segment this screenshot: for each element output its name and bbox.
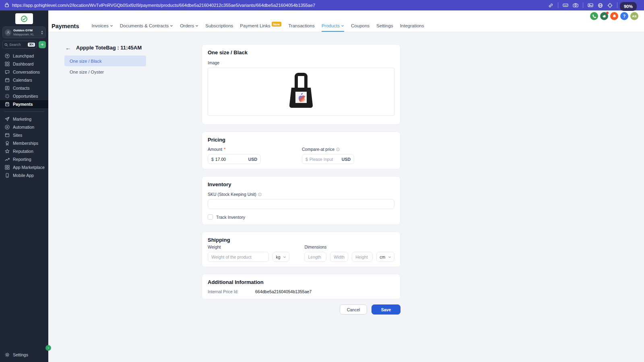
internal-price-id-value: 664dbe5a21604054b1355ae7 [255, 289, 312, 294]
amount-label: Amount* [208, 147, 261, 152]
keyboard-icon[interactable] [563, 3, 568, 8]
link-icon[interactable] [548, 3, 553, 8]
shipping-card: Shipping Weight kg Dimensions [202, 232, 400, 267]
sidebar-item-reputation[interactable]: Reputation [0, 147, 48, 155]
cancel-button[interactable]: Cancel [340, 304, 367, 315]
lock-icon [5, 2, 9, 8]
pricing-title: Pricing [208, 137, 394, 143]
agency-logo[interactable] [15, 13, 33, 24]
additional-info-card: Additional Information Internal Price Id… [202, 274, 400, 299]
chevron-down-icon [388, 255, 391, 259]
tab-subscriptions[interactable]: Subscriptions [205, 23, 233, 29]
sidebar-item-contacts[interactable]: Contacts [0, 84, 48, 92]
height-input[interactable] [352, 252, 373, 262]
app-header: ? AS Payments Invoices Documents & Contr… [48, 10, 644, 32]
sku-input[interactable] [208, 199, 394, 209]
back-arrow-icon[interactable]: ← [65, 44, 71, 51]
amount-input[interactable]: $ USD [208, 154, 261, 164]
sidebar-search-input[interactable]: Search ⌘K [2, 41, 37, 49]
sidebar-item-opportunities[interactable]: Opportunities [0, 92, 48, 100]
sidebar: Golden GYM Malappuram, KL ▲▼ Search ⌘K +… [0, 10, 48, 362]
sidebar-item-app-marketplace[interactable]: App Marketplace [0, 163, 48, 171]
track-inventory-checkbox[interactable] [208, 214, 213, 220]
notification-dot [606, 12, 609, 14]
length-input[interactable] [304, 252, 326, 262]
variant-item-black[interactable]: One size / Black [64, 56, 146, 66]
sidebar-item-payments[interactable]: Payments [0, 100, 48, 108]
search-icon [4, 41, 8, 48]
save-button[interactable]: Save [372, 304, 400, 315]
inventory-card: Inventory SKU (Stock Keeping Unit) Track… [202, 176, 400, 225]
screenshot-icon[interactable] [588, 3, 593, 8]
account-name: Golden GYM [13, 29, 34, 33]
weight-input[interactable] [208, 252, 269, 262]
globe-icon[interactable] [598, 3, 603, 8]
info-icon [258, 193, 262, 196]
currency-suffix: USD [248, 157, 257, 162]
compare-at-price-input[interactable]: $ USD [302, 154, 354, 164]
sidebar-collapse-button[interactable]: ‹ [45, 345, 51, 351]
sidebar-item-marketing[interactable]: Marketing [0, 115, 48, 123]
sidebar-item-launchpad[interactable]: Launchpad [0, 52, 48, 60]
info-icon [336, 148, 340, 151]
dimension-unit-select[interactable]: cm [376, 252, 394, 262]
browser-top-bar: https://app.gohighlevel.com/v2/location/… [0, 0, 644, 10]
tab-coupons[interactable]: Coupons [351, 23, 369, 29]
chevron-updown-icon: ▲▼ [41, 30, 43, 35]
sidebar-item-memberships[interactable]: Memberships [0, 139, 48, 147]
sidebar-item-reporting[interactable]: Reporting [0, 155, 48, 163]
variant-detail-card: One size / Black Image [202, 44, 400, 125]
notifications-bell-button[interactable] [610, 12, 618, 20]
browser-zoom-badge[interactable]: 90% [620, 2, 637, 11]
tab-products[interactable]: Products [322, 23, 344, 29]
sidebar-item-automation[interactable]: Automation [0, 123, 48, 131]
weight-unit-select[interactable]: kg [272, 252, 289, 262]
tab-settings[interactable]: Settings [376, 23, 393, 29]
divider [617, 2, 617, 8]
variant-card-title: One size / Black [208, 49, 394, 56]
account-location: Malappuram, KL [13, 33, 34, 36]
help-button[interactable]: ? [620, 12, 628, 20]
additional-info-title: Additional Information [208, 279, 394, 285]
sidebar-item-calendars[interactable]: Calendars [0, 76, 48, 84]
tab-payment-links[interactable]: Payment LinksNew [240, 23, 281, 29]
address-bar[interactable]: https://app.gohighlevel.com/v2/location/… [5, 2, 315, 8]
quick-add-button[interactable]: + [39, 41, 46, 48]
sidebar-item-conversations[interactable]: Conversations [0, 68, 48, 76]
account-avatar [5, 29, 11, 36]
sidebar-item-settings[interactable]: Settings [0, 351, 48, 359]
variant-list: One size / Black One size / Oyster [64, 56, 146, 77]
sidebar-item-sites[interactable]: Sites [0, 131, 48, 139]
currency-suffix: USD [342, 157, 351, 162]
required-asterisk: * [224, 147, 225, 152]
sidebar-item-dashboard[interactable]: Dashboard [0, 60, 48, 68]
variant-item-oyster[interactable]: One size / Oyster [64, 66, 146, 77]
url-text: https://app.gohighlevel.com/v2/location/… [12, 3, 315, 8]
phone-button[interactable] [590, 12, 598, 20]
sku-label: SKU (Stock Keeping Unit) [208, 192, 394, 197]
user-avatar[interactable]: AS [630, 12, 638, 20]
weight-label: Weight [208, 245, 269, 249]
tab-invoices[interactable]: Invoices [92, 23, 113, 29]
page-module-title: Payments [52, 23, 79, 29]
variant-image-box[interactable] [208, 68, 394, 116]
tab-integrations[interactable]: Integrations [400, 23, 424, 29]
sidebar-item-mobile-app[interactable]: Mobile App [0, 171, 48, 179]
tab-transactions[interactable]: Transactions [288, 23, 314, 29]
image-label: Image [208, 60, 394, 65]
shipping-title: Shipping [208, 237, 394, 243]
compare-at-price-label: Compare-at price [302, 147, 354, 152]
crosshair-icon[interactable] [607, 3, 613, 8]
camera-icon[interactable] [573, 3, 578, 8]
divider [583, 2, 583, 8]
chevron-down-icon [283, 255, 286, 259]
tab-documents-contracts[interactable]: Documents & Contracts [120, 23, 173, 29]
account-switcher[interactable]: Golden GYM Malappuram, KL ▲▼ [2, 27, 46, 38]
tote-bag-image [288, 72, 314, 111]
track-inventory-label: Track Inventory [216, 215, 245, 220]
divider [558, 2, 558, 8]
tab-orders[interactable]: Orders [180, 23, 198, 29]
new-badge: New [272, 22, 281, 27]
width-input[interactable] [330, 252, 348, 262]
announcements-button[interactable] [600, 12, 608, 20]
